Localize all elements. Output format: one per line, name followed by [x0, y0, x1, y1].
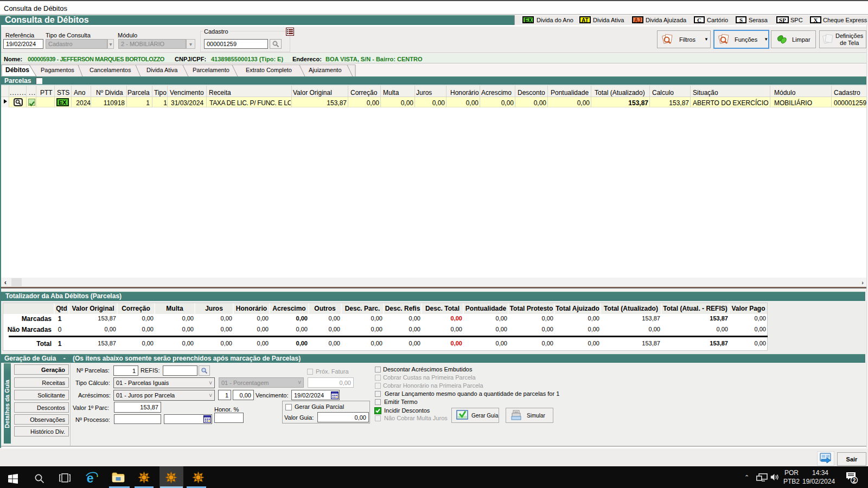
- svg-text:2: 2: [853, 478, 856, 484]
